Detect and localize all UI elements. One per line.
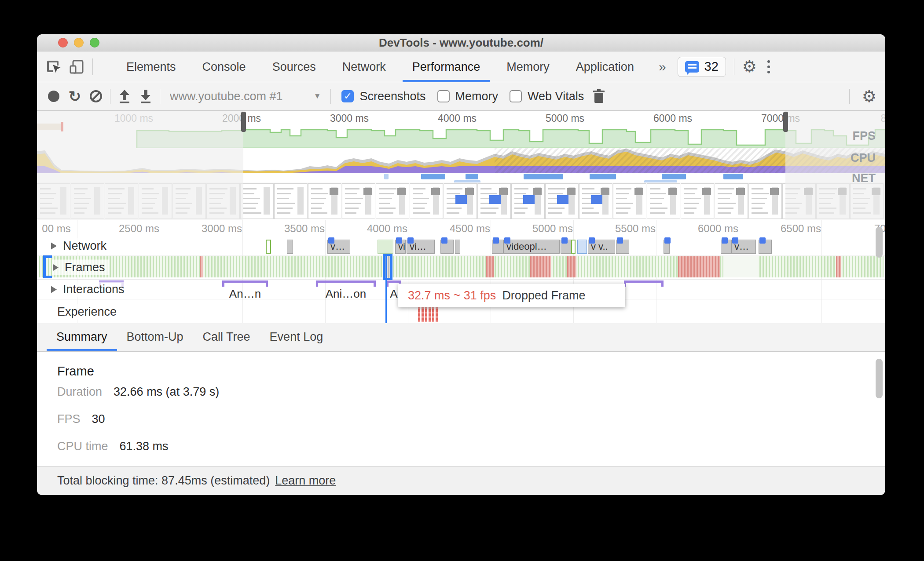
idle-frame-segment [723,256,759,277]
screenshot-thumbnail[interactable] [681,183,714,219]
load-profile-button[interactable] [114,86,135,107]
frames-track[interactable]: Frames [37,255,885,280]
screenshot-thumbnail[interactable] [444,183,477,219]
request-favicon-chip [759,237,766,244]
divider [849,89,850,104]
clear-icon [89,89,103,103]
interactions-track-label[interactable]: Interactions [50,282,129,297]
clear-button[interactable] [85,86,106,107]
request-favicon-chip [441,237,447,244]
summary-scrollbar[interactable] [876,359,883,398]
tab-console[interactable]: Console [189,51,259,82]
request-favicon-chip [396,237,402,244]
save-profile-button[interactable] [135,86,156,107]
timeline-overview[interactable]: 1000 ms2000 ms3000 ms4000 ms5000 ms6000 … [37,111,885,220]
interaction-bracket[interactable] [316,280,376,287]
screenshot-thumbnail[interactable] [748,183,782,219]
screenshot-thumbnail[interactable] [376,183,409,219]
dropped-frame-segment[interactable] [567,256,576,277]
screenshot-thumbnail[interactable] [511,183,545,219]
network-request-bar[interactable] [266,240,271,254]
dropped-frame-segment[interactable] [836,256,841,277]
tab-memory[interactable]: Memory [493,51,563,82]
chevron-down-icon: ▼ [314,92,321,101]
titlebar[interactable]: DevTools - www.youtube.com/ [37,34,885,51]
screenshot-thumbnail[interactable] [240,183,274,219]
screenshot-thumbnail[interactable] [647,183,680,219]
experience-track-label[interactable]: Experience [56,304,121,319]
screenshot-thumbnail[interactable] [410,183,443,219]
divider [92,58,93,75]
tab-elements[interactable]: Elements [113,51,189,82]
timeline-ruler-label: 4500 ms [433,222,507,235]
selection-handle-left[interactable] [241,112,246,132]
dropped-frame-segment[interactable] [678,256,720,277]
reload-and-record-button[interactable]: ↻ [64,86,85,107]
record-button[interactable] [43,86,64,107]
interaction-bracket[interactable] [222,280,268,287]
tab-sources[interactable]: Sources [259,51,329,82]
network-track[interactable]: v…vivi…videopl…v v..v… Network [37,237,885,255]
summary-row: CPU time61.38 ms [57,440,169,453]
details-tab-call-tree[interactable]: Call Tree [193,323,260,351]
screenshot-thumbnail[interactable] [477,183,511,219]
timeline-ruler-label: 3500 ms [267,222,342,235]
summary-row-label: CPU time [57,440,108,453]
interaction-bracket[interactable] [624,280,664,287]
timeline-scrollbar[interactable] [876,227,883,258]
network-request-bar[interactable] [577,240,587,254]
checkbox-memory[interactable]: Memory [437,90,499,103]
timeline-tracks[interactable]: 00 ms2500 ms3000 ms3500 ms4000 ms4500 ms… [37,220,885,323]
network-request-bar[interactable]: videopl… [503,240,560,254]
details-tab-summary[interactable]: Summary [47,323,117,351]
device-toolbar-button[interactable] [65,55,88,78]
screenshot-thumbnail[interactable] [545,183,579,219]
request-favicon-chip [589,237,595,244]
selected-frame[interactable] [383,254,392,280]
network-request-bar[interactable] [287,240,293,254]
inspect-element-button[interactable] [42,55,65,78]
network-request-bar[interactable] [571,240,576,254]
checkbox-label: Screenshots [359,90,425,103]
screenshot-thumbnail[interactable] [579,183,612,219]
tab-application[interactable]: Application [563,51,647,82]
dropped-frame-segment[interactable] [530,256,551,277]
selection-handle-right[interactable] [783,112,788,132]
screenshot-thumbnail[interactable] [715,183,748,219]
screenshot-thumbnail[interactable] [308,183,341,219]
profile-select[interactable]: www.youtube.com #1 ▼ [170,90,321,103]
issues-badge[interactable]: 32 [678,57,726,77]
settings-gear-icon[interactable]: ⚙ [742,58,757,75]
request-favicon-chip [722,237,728,244]
network-request-bar[interactable] [378,240,393,254]
devtools-tabbar: ElementsConsoleSourcesNetworkPerformance… [37,51,885,82]
details-tab-bottom-up[interactable]: Bottom-Up [117,323,193,351]
capture-options: ✓ScreenshotsMemoryWeb Vitals [341,90,584,103]
network-track-label[interactable]: Network [50,238,111,254]
timeline-ruler-label: 5000 ms [515,222,590,235]
checkbox-web-vitals[interactable]: Web Vitals [510,90,584,103]
tab-performance[interactable]: Performance [399,51,494,82]
network-request-bar[interactable] [455,240,460,254]
frames-track-label[interactable]: Frames [52,260,110,275]
screenshot-thumbnail[interactable] [342,183,375,219]
request-favicon-chip [328,237,334,244]
checkbox-screenshots[interactable]: ✓Screenshots [341,90,425,103]
summary-row: Duration32.66 ms (at 3.79 s) [57,385,219,399]
details-tab-event-log[interactable]: Event Log [260,323,333,351]
overview-ruler-label: 3000 ms [314,113,385,124]
more-tabs-button[interactable]: » [647,59,678,74]
overflow-menu-icon[interactable] [757,60,781,73]
dropped-frame-segment[interactable] [200,256,203,277]
divider [330,89,331,104]
learn-more-link[interactable]: Learn more [275,474,336,488]
details-tabbar: SummaryBottom-UpCall TreeEvent Log [37,323,885,352]
screenshot-thumbnail[interactable] [274,183,308,219]
capture-settings-gear-icon[interactable]: ⚙ [862,88,876,105]
tab-network[interactable]: Network [329,51,399,82]
screenshot-thumbnail[interactable] [613,183,646,219]
dropped-frame-segment[interactable] [486,256,494,277]
overview-ruler-label: 6000 ms [638,113,708,124]
delete-recording-button[interactable] [588,86,609,107]
net-request-bar [524,174,563,179]
